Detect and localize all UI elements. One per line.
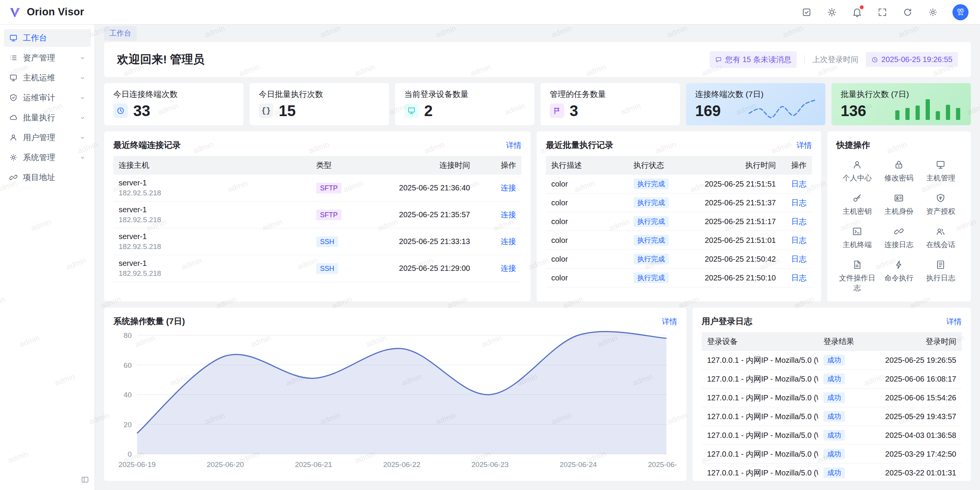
svg-text:2025-06-21: 2025-06-21 [295,461,332,469]
status-tag: 执行完成 [634,179,669,189]
column-header: 登录结果 [818,332,862,351]
sidebar-item-workbench[interactable]: 工作台 [4,29,91,47]
ops-chart-detail-link[interactable]: 详情 [662,316,677,327]
unread-messages-badge[interactable]: 您有 15 条未读消息 [710,51,797,68]
column-header: 执行描述 [546,156,628,175]
sidebar-item-project-url[interactable]: 项目地址 [4,169,91,186]
stat-value: 2 [424,102,433,120]
ops-chart: 0204060802025-06-192025-06-202025-06-212… [113,329,677,472]
sidebar-item-assets[interactable]: 资产管理 [4,49,91,67]
host-name: server-1 [119,205,305,214]
table-row: color执行完成2025-06-25 21:51:51日志 [546,175,812,193]
connect-link[interactable]: 连接 [501,237,516,246]
quick-action-link[interactable]: 连接日志 [878,226,920,250]
login-logs-detail-link[interactable]: 详情 [946,316,962,327]
quick-action-host[interactable]: 主机管理 [920,160,962,183]
quick-action-file[interactable]: 文件操作日志 [836,260,878,293]
exec-records-title: 最近批量执行记录 [546,139,613,151]
login-time: 2025-04-03 01:36:58 [862,426,962,445]
terminal-records-detail-link[interactable]: 详情 [506,140,521,151]
connect-link[interactable]: 连接 [501,210,516,219]
message-icon [715,56,722,63]
terminal-trend-sparkline [747,98,818,120]
log-link[interactable]: 日志 [791,236,807,244]
quick-action-lock[interactable]: 修改密码 [878,160,920,183]
host-icon [9,74,18,82]
brand[interactable]: Orion Visor [8,5,84,19]
quick-action-bolt[interactable]: 命令执行 [878,260,920,293]
table-row: color执行完成2025-06-25 21:50:10日志 [546,269,812,287]
exec-records-card: 最近批量执行记录 详情 执行描述执行状态执行时间操作 color执行完成2025… [537,131,821,302]
exec-time: 2025-06-25 21:51:01 [686,231,781,250]
notifications-bell-icon[interactable] [851,7,863,18]
breadcrumb-item-workbench[interactable]: 工作台 [104,26,137,41]
quick-action-user[interactable]: 个人中心 [836,160,878,183]
stat-card-6: 批量执行次数 (7日)136 [831,83,971,125]
topbar: Orion Visor 管 [0,0,980,25]
log-link[interactable]: 日志 [791,255,807,263]
table-row: color执行完成2025-06-25 21:51:37日志 [546,193,812,212]
quick-actions-title: 快捷操作 [836,139,870,151]
quick-action-label: 在线会话 [926,240,955,250]
table-row: color执行完成2025-06-25 21:51:01日志 [546,231,812,250]
column-header: 登录时间 [862,332,962,351]
stat-value: 169 [695,102,721,120]
check-square-icon[interactable] [801,7,812,18]
terminal-records-table: 连接主机类型连接时间操作 server-1182.92.5.218SFTP202… [113,156,521,282]
status-tag: 执行完成 [634,235,669,246]
refresh-icon[interactable] [902,7,913,18]
quick-action-users[interactable]: 在线会话 [920,226,962,250]
doclist-icon [936,260,946,270]
host-ip: 182.92.5.218 [119,243,305,251]
svg-text:2025-06-24: 2025-06-24 [560,461,597,469]
sidebar-item-batch-exec[interactable]: 批量执行 [4,109,91,126]
type-tag: SSH [316,263,338,274]
settings-gear-icon[interactable] [927,7,939,18]
login-device: 127.0.0.1 - 内网IP - Mozilla/5.0 (Windows … [702,445,818,464]
quick-action-shieldlock[interactable]: 资产授权 [920,193,962,216]
status-tag: 执行完成 [634,216,669,227]
sidebar-item-label: 主机运维 [23,72,74,83]
login-time: 2025-03-22 01:01:31 [862,464,962,481]
quick-action-key[interactable]: 主机密钥 [836,193,878,216]
login-device: 127.0.0.1 - 内网IP - Mozilla/5.0 (Windows … [702,407,818,426]
sidebar-item-ops-audit[interactable]: 运维审计 [4,89,91,107]
theme-sun-icon[interactable] [826,7,838,18]
exec-desc: color [546,250,628,269]
log-link[interactable]: 日志 [791,180,807,188]
quick-action-label: 执行日志 [926,273,955,283]
log-link[interactable]: 日志 [791,217,807,226]
fullscreen-icon[interactable] [877,7,888,18]
exec-records-detail-link[interactable]: 详情 [797,140,812,151]
log-link[interactable]: 日志 [791,274,807,282]
quick-action-terminal[interactable]: 主机终端 [836,226,878,250]
result-tag: 成功 [823,355,845,365]
quick-action-doclist[interactable]: 执行日志 [920,260,962,293]
exec-time: 2025-06-25 21:50:42 [686,250,781,269]
sidebar-item-system-mgmt[interactable]: 系统管理 [4,149,91,166]
sidebar-item-host-ops[interactable]: 主机运维 [4,69,91,87]
svg-text:0: 0 [127,450,132,458]
sidebar-menu: 工作台资产管理主机运维运维审计批量执行用户管理系统管理项目地址 [4,29,91,186]
chevron-down-icon [80,115,85,121]
sidebar-collapse-button[interactable] [81,475,89,485]
svg-text:2025-06-25: 2025-06-25 [648,461,677,469]
log-link[interactable]: 日志 [791,198,807,207]
sidebar-item-user-mgmt[interactable]: 用户管理 [4,129,91,146]
quick-action-idcard[interactable]: 主机身份 [878,193,920,216]
idcard-icon [894,193,904,203]
quick-action-label: 连接日志 [884,240,913,250]
connect-link[interactable]: 连接 [501,264,516,272]
table-row: 127.0.0.1 - 内网IP - Mozilla/5.0 (Windows … [702,370,962,388]
lock-icon [894,160,904,170]
connect-link[interactable]: 连接 [501,184,516,192]
svg-text:2025-06-20: 2025-06-20 [207,461,244,469]
table-row: server-1182.92.5.218SSH2025-06-25 21:29:… [113,255,521,282]
chevron-down-icon [80,75,85,81]
result-tag: 成功 [823,449,845,459]
table-row: 127.0.0.1 - 内网IP - Mozilla/5.0 (Windows … [702,388,962,407]
sidebar-item-label: 运维审计 [23,92,74,103]
user-avatar[interactable]: 管 [952,4,969,20]
stat-label: 今日连接终端次数 [113,89,234,99]
svg-text:2025-06-23: 2025-06-23 [471,461,508,469]
